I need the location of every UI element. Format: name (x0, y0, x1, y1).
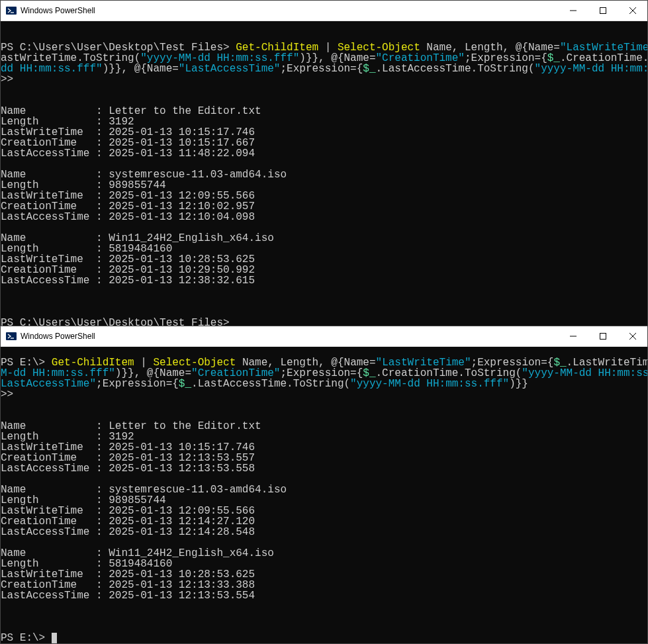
powershell-icon (6, 331, 17, 342)
val: 2025-01-13 12:10:04.098 (109, 211, 255, 223)
cmd-txt: )}} (509, 378, 528, 390)
cmd-txt: ;Expression={ (280, 63, 363, 75)
cmd-txt: .LastAccessTime.ToString( (376, 63, 535, 75)
powershell-window-2: Windows PowerShell PS E:\> Get-ChildItem… (0, 326, 648, 644)
cmd-str: "LastAccessTime" (179, 63, 281, 75)
window-title: Windows PowerShell (21, 332, 95, 341)
lbl-lat: LastAccessTime (1, 526, 89, 538)
val: 2025-01-13 11:48:22.094 (109, 148, 255, 160)
lbl-lat: LastAccessTime (1, 590, 89, 602)
cmd-txt: .LastAccessTime.ToString( (191, 378, 350, 390)
svg-rect-9 (600, 334, 606, 340)
val: 2025-01-13 12:14:28.548 (109, 526, 255, 538)
cmd-str: "yyyy-MM-dd HH:mm:ss.fff" (522, 367, 647, 379)
maximize-button[interactable] (588, 1, 618, 21)
window-controls (558, 1, 647, 21)
close-button[interactable] (618, 326, 647, 346)
cmd-str: dd HH:mm:ss.fff" (1, 63, 103, 75)
val: 2025-01-13 12:13:53.558 (109, 463, 255, 475)
terminal-area[interactable]: PS E:\> Get-ChildItem | Select-Object Na… (1, 347, 647, 643)
val: 2025-01-13 12:38:32.615 (109, 275, 255, 287)
lbl-lat: LastAccessTime (1, 211, 89, 223)
close-button[interactable] (618, 1, 647, 21)
terminal-area[interactable]: PS C:\Users\User\Desktop\Test Files> Get… (1, 21, 647, 328)
titlebar[interactable]: Windows PowerShell (1, 1, 647, 21)
cmd-var: $_ (363, 63, 375, 75)
titlebar[interactable]: Windows PowerShell (1, 326, 647, 347)
minimize-button[interactable] (558, 1, 588, 21)
maximize-button[interactable] (588, 326, 618, 346)
cmd-txt: )}}, @{Name= (103, 63, 179, 75)
cmd-str: LastAccessTime" (1, 378, 96, 390)
window-controls (558, 326, 647, 346)
cmd-txt: ;Expression={ (96, 378, 179, 390)
powershell-icon (6, 5, 17, 16)
cmd-str: "yyyy-MM-dd HH:mm:ss.fff" (535, 63, 647, 75)
powershell-window-1: Windows PowerShell PS C:\Users\User\Desk… (0, 0, 648, 326)
lbl-lat: LastAccessTime (1, 148, 89, 160)
cmd-str: "yyyy-MM-dd HH:mm:ss.fff" (350, 378, 509, 390)
lbl-lat: LastAccessTime (1, 275, 89, 287)
continuation: >> (1, 389, 13, 400)
lbl-lat: LastAccessTime (1, 463, 89, 475)
prompt: PS E:\> (1, 632, 45, 643)
title-left: Windows PowerShell (1, 5, 95, 16)
window-title: Windows PowerShell (21, 6, 95, 15)
continuation: >> (1, 73, 13, 85)
minimize-button[interactable] (558, 326, 588, 346)
svg-rect-3 (600, 8, 606, 14)
val: 2025-01-13 12:13:53.554 (109, 590, 255, 602)
cursor (52, 633, 57, 643)
cmd-var: $_ (179, 378, 191, 390)
title-left: Windows PowerShell (1, 331, 95, 342)
